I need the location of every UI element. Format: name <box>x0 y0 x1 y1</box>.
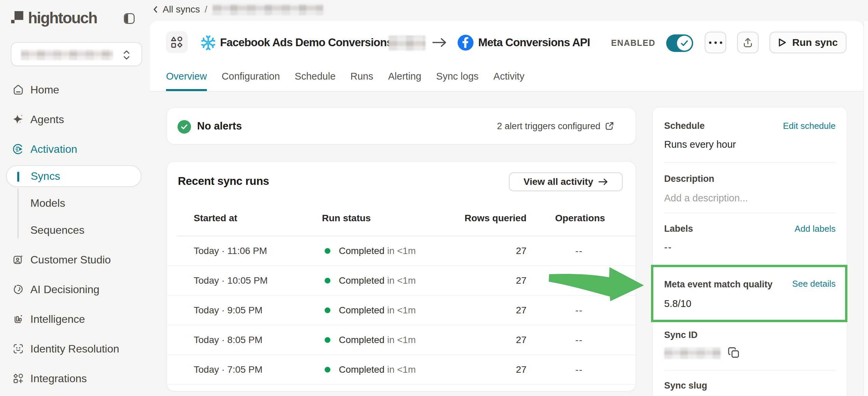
sidebar-item-integrations[interactable]: Integrations <box>0 371 150 386</box>
run-duration-text: in <1m <box>387 246 416 256</box>
upload-icon <box>742 37 754 48</box>
copy-sync-id-button[interactable] <box>727 345 741 360</box>
active-indicator-bar <box>17 172 19 182</box>
sync-id-value-redacted <box>664 347 721 359</box>
edit-schedule-link[interactable]: Edit schedule <box>783 121 836 131</box>
sidebar-item-agents[interactable]: Agents <box>0 112 150 127</box>
table-row[interactable]: Today · 8:05 PM Completed in <1m 27 -- <box>167 325 636 355</box>
source-sync-title: Facebook Ads Demo Conversions <box>220 34 392 51</box>
customer-studio-icon <box>13 254 24 265</box>
tab-overview[interactable]: Overview <box>166 69 207 91</box>
cell-operations: -- <box>555 364 603 375</box>
sync-title-suffix-redacted <box>388 36 426 51</box>
toggle-knob <box>677 36 692 51</box>
sync-enabled-toggle[interactable] <box>666 34 693 52</box>
sync-header-card: Facebook Ads Demo Conversions Meta Conve… <box>150 21 864 91</box>
activation-icon <box>13 144 24 154</box>
chevron-updown-icon <box>120 49 133 63</box>
cell-operations: -- <box>555 246 603 256</box>
sync-slug-label: Sync slug <box>664 380 707 391</box>
run-status-text: Completed <box>339 364 384 375</box>
run-sync-button[interactable]: Run sync <box>769 32 846 53</box>
sidebar-item-activation[interactable]: Activation <box>0 142 150 157</box>
breadcrumb-separator: / <box>205 4 207 15</box>
export-button[interactable] <box>737 32 759 53</box>
breadcrumb-all-syncs-link[interactable]: All syncs <box>163 4 200 15</box>
cell-started-at: Today · 10:05 PM <box>194 275 268 286</box>
table-row[interactable]: Today · 7:05 PM Completed in <1m 27 -- <box>167 355 636 385</box>
brand-wordmark: hightouch <box>28 9 97 27</box>
success-check-icon <box>178 120 191 134</box>
cell-run-status: Completed in <1m <box>339 275 416 286</box>
run-status-text: Completed <box>339 246 384 256</box>
cell-rows-queried: 27 <box>516 275 526 286</box>
tab-sync-logs[interactable]: Sync logs <box>436 69 479 91</box>
sidebar-item-sequences[interactable]: Sequences <box>0 223 150 237</box>
tab-runs[interactable]: Runs <box>350 69 373 91</box>
tab-configuration[interactable]: Configuration <box>222 69 280 91</box>
cell-rows-queried: 27 <box>516 364 526 375</box>
column-started-at: Started at <box>194 213 237 223</box>
tab-schedule[interactable]: Schedule <box>295 69 335 91</box>
intelligence-icon <box>13 314 24 324</box>
integrations-icon <box>13 373 24 384</box>
snowflake-logo-icon <box>200 34 216 53</box>
labels-label: Labels <box>664 224 693 234</box>
breadcrumb-sync-name-redacted <box>213 4 323 15</box>
alert-triggers-link[interactable]: 2 alert triggers configured <box>497 121 615 131</box>
cell-started-at: Today · 11:06 PM <box>194 246 267 256</box>
recent-sync-runs-title: Recent sync runs <box>178 175 269 188</box>
column-operations: Operations <box>555 213 603 223</box>
alerts-title: No alerts <box>197 120 242 132</box>
status-dot-icon <box>325 278 330 283</box>
sidebar-item-identity-resolution[interactable]: Identity Resolution <box>0 341 150 356</box>
arrow-right-icon <box>432 36 447 50</box>
schedule-label: Schedule <box>664 121 705 131</box>
status-dot-icon <box>325 367 330 372</box>
scrollbar-gutter[interactable] <box>864 21 868 396</box>
workspace-selector[interactable] <box>11 42 142 66</box>
table-header: Started at Run status Rows queried Opera… <box>167 205 636 236</box>
tab-activity[interactable]: Activity <box>493 69 524 91</box>
destination-title: Meta Conversions API <box>478 34 590 51</box>
status-dot-icon <box>325 337 330 343</box>
cell-started-at: Today · 9:05 PM <box>194 305 263 316</box>
sidebar: hightouch Home <box>0 0 150 396</box>
alerts-card: No alerts 2 alert triggers configured <box>167 108 636 144</box>
cell-started-at: Today · 8:05 PM <box>194 335 263 345</box>
copy-icon <box>728 346 740 359</box>
hightouch-logo-icon <box>11 11 24 25</box>
status-dot-icon <box>325 307 330 313</box>
external-link-icon <box>604 121 615 131</box>
run-status-text: Completed <box>339 275 384 286</box>
schedule-value: Runs every hour <box>664 139 736 150</box>
sidebar-item-intelligence[interactable]: Intelligence <box>0 312 150 327</box>
collapse-sidebar-icon[interactable] <box>124 13 135 24</box>
ai-decisioning-icon <box>13 284 24 295</box>
sidebar-item-ai-decisioning[interactable]: AI Decisioning <box>0 282 150 297</box>
labels-value: -- <box>664 242 672 253</box>
sync-id-label: Sync ID <box>664 330 698 340</box>
view-all-activity-button[interactable]: View all activity <box>509 172 623 191</box>
play-icon <box>778 38 787 47</box>
cell-run-status: Completed in <1m <box>339 246 416 256</box>
sync-tabs: Overview Configuration Schedule Runs Ale… <box>166 69 524 91</box>
cell-operations: -- <box>555 335 603 345</box>
sidebar-item-syncs[interactable]: Syncs <box>6 165 141 187</box>
sidebar-item-home[interactable]: Home <box>0 82 150 97</box>
enabled-status-label: ENABLED <box>599 38 655 48</box>
more-options-button[interactable] <box>705 32 726 53</box>
arrow-right-icon <box>598 177 608 187</box>
run-duration-text: in <1m <box>387 305 416 315</box>
agents-sparkle-icon <box>13 114 24 125</box>
description-placeholder[interactable]: Add a description... <box>664 193 748 204</box>
home-icon <box>13 84 24 95</box>
model-shapes-icon <box>170 36 183 49</box>
identity-resolution-icon <box>13 343 24 354</box>
cell-rows-queried: 27 <box>516 305 526 316</box>
tab-alerting[interactable]: Alerting <box>388 69 421 91</box>
cell-rows-queried: 27 <box>516 246 526 256</box>
sidebar-item-models[interactable]: Models <box>0 196 150 210</box>
add-labels-link[interactable]: Add labels <box>795 224 836 234</box>
sidebar-item-customer-studio[interactable]: Customer Studio <box>0 252 150 267</box>
